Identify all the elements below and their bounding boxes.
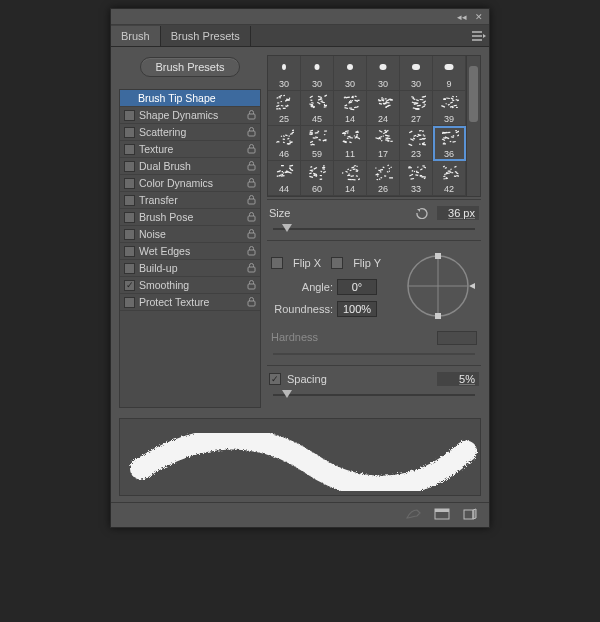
svg-rect-339 [445,167,447,169]
brush-tip[interactable]: 45 [301,91,334,126]
new-brush-icon[interactable] [433,507,451,521]
option-scattering[interactable]: Scattering [120,124,260,141]
option-checkbox[interactable] [124,110,135,121]
roundness-input[interactable] [337,301,377,317]
lock-icon[interactable] [246,161,256,171]
spacing-checkbox[interactable] [269,373,281,385]
brush-thumb-icon [307,93,327,111]
option-shape-dynamics[interactable]: Shape Dynamics [120,107,260,124]
lock-icon[interactable] [246,178,256,188]
lock-icon[interactable] [246,246,256,256]
option-label: Color Dynamics [139,177,242,189]
option-checkbox[interactable] [124,246,135,257]
option-checkbox[interactable] [124,178,135,189]
brush-tip[interactable]: 14 [334,161,367,196]
option-texture[interactable]: Texture [120,141,260,158]
option-brush-pose[interactable]: Brush Pose [120,209,260,226]
option-brush-tip-shape[interactable]: Brush Tip Shape [120,90,260,107]
option-label: Dual Brush [139,160,242,172]
svg-rect-71 [354,107,356,109]
option-wet-edges[interactable]: Wet Edges [120,243,260,260]
brush-tip[interactable]: 9 [433,56,466,91]
lock-icon[interactable] [246,263,256,273]
svg-rect-57 [350,109,354,111]
reset-size-icon[interactable] [415,206,431,220]
brush-tip[interactable]: 30 [334,56,367,91]
lock-icon[interactable] [246,127,256,137]
brush-tip[interactable]: 30 [367,56,400,91]
brush-presets-button[interactable]: Brush Presets [140,57,240,77]
option-protect-texture[interactable]: Protect Texture [120,294,260,311]
option-label: Shape Dynamics [139,109,242,121]
tab-brush-presets[interactable]: Brush Presets [161,26,251,46]
spacing-slider[interactable] [269,388,479,402]
brush-tip[interactable]: 59 [301,126,334,161]
brush-tip[interactable]: 42 [433,161,466,196]
lock-icon[interactable] [246,195,256,205]
option-dual-brush[interactable]: Dual Brush [120,158,260,175]
brush-tip[interactable]: 46 [268,126,301,161]
lock-icon[interactable] [246,110,256,120]
angle-widget[interactable] [401,249,475,323]
collapse-icon[interactable]: ◂◂ [457,12,467,22]
brush-tip[interactable]: 24 [367,91,400,126]
brush-tip[interactable]: 30 [301,56,334,91]
lock-icon[interactable] [246,229,256,239]
brush-thumb-icon [340,58,360,76]
option-build-up[interactable]: Build-up [120,260,260,277]
option-checkbox[interactable] [124,195,135,206]
size-slider[interactable] [269,222,479,236]
option-checkbox[interactable] [124,212,135,223]
lock-icon[interactable] [246,297,256,307]
lock-icon[interactable] [246,144,256,154]
brush-tip[interactable]: 25 [268,91,301,126]
option-checkbox[interactable] [124,127,135,138]
brush-tip[interactable]: 11 [334,126,367,161]
option-checkbox[interactable] [124,144,135,155]
brush-tip[interactable]: 39 [433,91,466,126]
brush-thumb-icon [274,128,294,146]
svg-rect-335 [456,173,458,175]
brush-tip[interactable]: 60 [301,161,334,196]
svg-rect-126 [283,139,285,140]
brush-tip[interactable]: 26 [367,161,400,196]
option-checkbox[interactable] [124,263,135,274]
option-checkbox[interactable] [124,161,135,172]
new-preset-icon[interactable] [461,507,479,521]
brush-tip[interactable]: 14 [334,91,367,126]
flip-y-checkbox[interactable] [331,257,343,269]
svg-rect-346 [435,313,441,319]
lock-icon[interactable] [246,212,256,222]
brush-tip[interactable]: 17 [367,126,400,161]
tab-brush[interactable]: Brush [111,26,161,46]
svg-rect-271 [345,171,348,173]
option-color-dynamics[interactable]: Color Dynamics [120,175,260,192]
brush-tip[interactable]: 27 [400,91,433,126]
svg-rect-139 [289,140,290,141]
brush-tip[interactable]: 30 [400,56,433,91]
svg-rect-43 [311,102,314,104]
close-icon[interactable]: ✕ [475,12,483,22]
spacing-value[interactable]: 5% [437,372,479,386]
lock-icon[interactable] [246,280,256,290]
svg-rect-293 [384,175,386,176]
brush-grid-scrollbar[interactable] [466,56,480,196]
panel-menu-icon[interactable] [469,25,489,47]
option-noise[interactable]: Noise [120,226,260,243]
svg-rect-274 [356,175,358,177]
scrollbar-thumb[interactable] [469,66,478,122]
svg-rect-156 [310,130,313,132]
flip-x-checkbox[interactable] [271,257,283,269]
size-value[interactable]: 36 px [437,206,479,220]
brush-tip[interactable]: 44 [268,161,301,196]
brush-tip[interactable]: 23 [400,126,433,161]
option-checkbox[interactable] [124,297,135,308]
option-checkbox[interactable] [124,280,135,291]
angle-input[interactable] [337,279,377,295]
option-checkbox[interactable] [124,229,135,240]
option-smoothing[interactable]: Smoothing [120,277,260,294]
brush-tip[interactable]: 30 [268,56,301,91]
option-transfer[interactable]: Transfer [120,192,260,209]
brush-tip[interactable]: 33 [400,161,433,196]
brush-tip[interactable]: 36 [433,126,466,161]
